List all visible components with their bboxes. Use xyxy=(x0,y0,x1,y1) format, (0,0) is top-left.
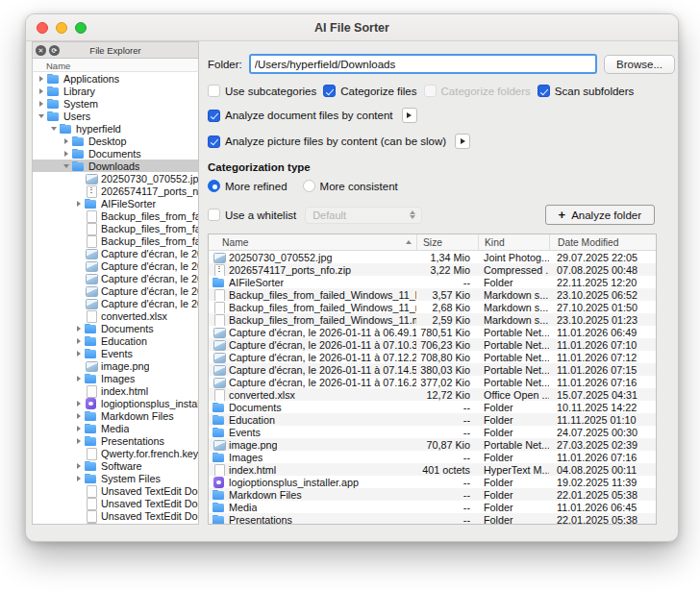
column-header-size[interactable]: Size xyxy=(416,234,478,250)
tree-item[interactable]: Markdown Files xyxy=(33,409,198,422)
analyze-documents-checkbox[interactable] xyxy=(208,110,220,122)
categorize-files-option[interactable]: Categorize files xyxy=(323,85,416,97)
analyze-folder-button[interactable]: + Analyze folder xyxy=(545,205,655,225)
column-header-date-modified[interactable]: Date Modified xyxy=(549,234,656,250)
tree-item[interactable]: Unsaved TextEdit Doc... xyxy=(33,509,198,522)
column-header-name[interactable]: Name xyxy=(209,234,416,250)
tree-item[interactable]: Documents xyxy=(33,147,198,160)
tree-item[interactable]: Applications xyxy=(33,72,198,85)
disclosure-closed-icon[interactable] xyxy=(38,72,46,85)
table-row[interactable]: Media--Folder11.01.2026 06:45 xyxy=(209,501,656,513)
browse-button[interactable]: Browse... xyxy=(604,55,675,74)
more-refined-radio[interactable] xyxy=(208,180,220,192)
disclosure-closed-icon[interactable] xyxy=(75,397,84,409)
tree-item[interactable]: 20250730_070552.jpg xyxy=(33,172,198,185)
disclosure-closed-icon[interactable] xyxy=(62,135,71,147)
tree-item[interactable]: Backup_files_from_fa... xyxy=(33,222,198,234)
analyze-pictures-checkbox[interactable] xyxy=(208,135,220,148)
tree-item[interactable]: Unsaved TextEdit Doc... xyxy=(33,484,198,497)
table-row[interactable]: Backup_files_from_failed_Windows_11_new.… xyxy=(209,301,656,313)
analyze-pictures-disclosure-button[interactable] xyxy=(455,134,470,149)
table-row[interactable]: converted.xlsx12,72 KioOffice Open ...15… xyxy=(209,388,656,401)
tree-name-column-header[interactable]: Name xyxy=(32,58,199,72)
scan-subfolders-checkbox[interactable] xyxy=(538,85,550,97)
tree-item[interactable]: Capture d'écran, le 20... xyxy=(33,247,198,259)
use-whitelist-checkbox[interactable] xyxy=(208,209,220,221)
table-row[interactable]: Capture d'écran, le 2026-01-11 à 06.49.1… xyxy=(209,326,656,338)
titlebar[interactable]: AI File Sorter xyxy=(26,14,678,41)
disclosure-closed-icon[interactable] xyxy=(75,372,84,384)
tree-item[interactable]: index.html xyxy=(33,384,198,397)
table-row[interactable]: Backup_files_from_failed_Windows_11_bett… xyxy=(209,288,656,301)
table-row[interactable]: Capture d'écran, le 2026-01-11 à 07.14.5… xyxy=(209,363,656,376)
disclosure-open-icon[interactable] xyxy=(38,110,46,122)
tree-item[interactable]: Capture d'écran, le 20... xyxy=(33,259,198,272)
tree-item[interactable]: Desktop xyxy=(33,135,198,147)
tree-item[interactable]: System xyxy=(33,97,198,110)
folder-path-input[interactable] xyxy=(249,54,597,74)
use-whitelist-option[interactable]: Use a whitelist xyxy=(208,209,296,221)
disclosure-closed-icon[interactable] xyxy=(75,322,84,334)
table-row[interactable]: Markdown Files--Folder22.01.2025 05:38 xyxy=(209,488,656,501)
tree-item[interactable]: 2026574117_ports_nf... xyxy=(33,185,198,197)
table-row[interactable]: 20250730_070552.jpg1,34 MioJoint Photog.… xyxy=(209,251,656,263)
tree-item[interactable]: Images xyxy=(33,372,198,384)
tree-item[interactable]: Qwerty.for.french.keyl... xyxy=(33,447,198,459)
more-refined-option[interactable]: More refined xyxy=(208,180,288,192)
disclosure-closed-icon[interactable] xyxy=(75,334,84,347)
tree-item[interactable]: Users xyxy=(33,110,198,122)
scan-subfolders-option[interactable]: Scan subfolders xyxy=(538,85,634,97)
table-row[interactable]: Capture d'écran, le 2026-01-11 à 07.10.3… xyxy=(209,338,656,351)
table-row[interactable]: Presentations--Folder22.01.2025 05:38 xyxy=(209,513,656,524)
more-consistent-option[interactable]: More consistent xyxy=(303,180,398,192)
disclosure-closed-icon[interactable] xyxy=(75,459,84,472)
table-row[interactable]: index.html401 octetsHyperText M...04.08.… xyxy=(209,463,656,476)
tree-item[interactable]: Documents xyxy=(33,322,198,334)
table-row[interactable]: Images--Folder11.01.2026 07:16 xyxy=(209,451,656,463)
table-row[interactable]: Backup_files_from_failed_Windows_11.md2,… xyxy=(209,313,656,326)
tree-item[interactable]: Presentations xyxy=(33,434,198,447)
table-row[interactable]: Capture d'écran, le 2026-01-11 à 07.16.2… xyxy=(209,376,656,388)
tree-item[interactable]: hyperfield xyxy=(33,122,198,135)
tree-item[interactable]: Capture d'écran, le 20... xyxy=(33,284,198,297)
disclosure-open-icon[interactable] xyxy=(50,122,59,135)
tree-item[interactable]: Unsaved TextEdit Doc... xyxy=(33,522,198,525)
disclosure-closed-icon[interactable] xyxy=(62,147,71,160)
tree-item[interactable]: AIFileSorter xyxy=(33,197,198,209)
analyze-pictures-option[interactable]: Analyze picture files by content (can be… xyxy=(208,135,446,148)
tree-item[interactable]: logioptionsplus_instal... xyxy=(33,397,198,409)
tree-item[interactable]: Capture d'écran, le 20... xyxy=(33,272,198,284)
tree-item[interactable]: Downloads xyxy=(33,160,198,172)
use-subcategories-option[interactable]: Use subcategories xyxy=(208,85,316,97)
table-row[interactable]: Education--Folder11.11.2025 01:10 xyxy=(209,413,656,426)
use-subcategories-checkbox[interactable] xyxy=(208,85,220,97)
tree-item[interactable]: Media xyxy=(33,422,198,434)
tree-item[interactable]: Unsaved TextEdit Doc... xyxy=(33,497,198,509)
disclosure-closed-icon[interactable] xyxy=(75,434,84,447)
more-consistent-radio[interactable] xyxy=(303,180,315,192)
table-row[interactable]: Capture d'écran, le 2026-01-11 à 07.12.2… xyxy=(209,351,656,363)
table-row[interactable]: logioptionsplus_installer.app--Folder19.… xyxy=(209,476,656,488)
tree-item[interactable]: Backup_files_from_fa... xyxy=(33,209,198,222)
tree-item[interactable]: Events xyxy=(33,347,198,359)
disclosure-closed-icon[interactable] xyxy=(75,197,84,209)
categorize-files-checkbox[interactable] xyxy=(323,85,336,97)
disclosure-open-icon[interactable] xyxy=(62,160,71,172)
table-row[interactable]: AIFileSorter--Folder22.11.2025 12:20 xyxy=(209,276,656,288)
disclosure-closed-icon[interactable] xyxy=(38,97,46,110)
table-row[interactable]: Documents--Folder10.11.2025 14:22 xyxy=(209,401,656,413)
analyze-documents-option[interactable]: Analyze document files by content xyxy=(208,110,393,122)
column-header-kind[interactable]: Kind xyxy=(478,234,549,250)
disclosure-closed-icon[interactable] xyxy=(75,409,84,422)
table-row[interactable]: Events--Folder24.07.2025 00:30 xyxy=(209,426,656,438)
tree-item[interactable]: System Files xyxy=(33,472,198,484)
disclosure-closed-icon[interactable] xyxy=(75,422,84,434)
tree-item[interactable]: converted.xlsx xyxy=(33,309,198,322)
table-row[interactable]: 2026574117_ports_nfo.zip3,22 MioCompress… xyxy=(209,263,656,276)
tree-item[interactable]: image.png xyxy=(33,359,198,372)
tree-item[interactable]: Library xyxy=(33,85,198,97)
tree-item[interactable]: Backup_files_from_fa... xyxy=(33,234,198,247)
disclosure-closed-icon[interactable] xyxy=(75,472,84,484)
table-row[interactable]: image.png70,87 KioPortable Net...27.03.2… xyxy=(209,438,656,451)
tree-item[interactable]: Capture d'écran, le 20... xyxy=(33,297,198,309)
